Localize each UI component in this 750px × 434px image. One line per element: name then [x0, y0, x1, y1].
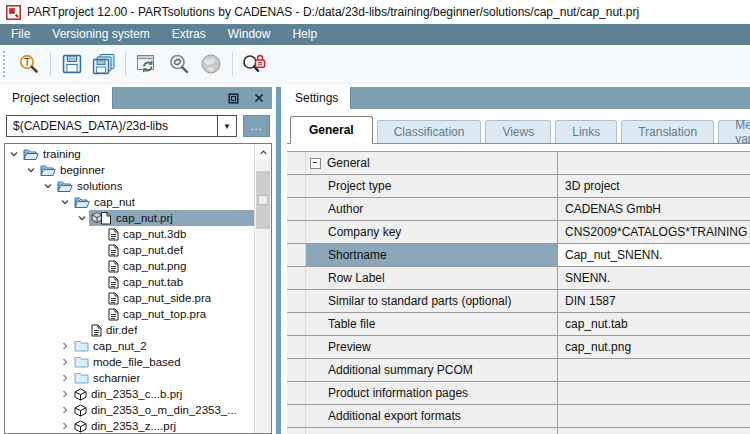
property-label[interactable]: Table file: [306, 313, 558, 335]
toolbar-drag-handle[interactable]: [3, 51, 8, 77]
tree-scrollbar[interactable]: [254, 144, 271, 433]
tab-views[interactable]: Views: [485, 120, 551, 143]
property-value[interactable]: [558, 359, 750, 381]
globe-icon[interactable]: [196, 49, 226, 79]
property-row-additional-summary-pcom[interactable]: Additional summary PCOM: [287, 359, 750, 382]
browse-button[interactable]: ...: [243, 115, 270, 137]
property-row-shortname[interactable]: ShortnameCap_nut_SNENN.: [287, 244, 750, 267]
property-value[interactable]: [558, 405, 750, 427]
property-row-product-information-pages[interactable]: Product information pages: [287, 382, 750, 405]
property-label[interactable]: Shortname: [306, 244, 558, 266]
tree-item-cap-nut-side-pra[interactable]: cap_nut_side.pra: [5, 290, 255, 306]
tree-item-cap-nut-prj[interactable]: cap_nut.prj: [5, 210, 255, 226]
tree-item-din-2353-c-b-prj[interactable]: din_2353_c...b.prj: [5, 386, 255, 402]
property-value[interactable]: DIN 1587: [558, 290, 750, 312]
tab-links[interactable]: Links: [555, 120, 617, 143]
tree-item-cap-nut-tab[interactable]: cap_nut.tab: [5, 274, 255, 290]
project-selection-panel: Project selection $(CADENAS_DATA)/23d-li…: [4, 87, 272, 434]
property-value[interactable]: CNS2009*CATALOGS*TRAINING: [558, 221, 750, 243]
property-value-editor[interactable]: Cap_nut_SNENN.: [558, 244, 750, 266]
tab-general[interactable]: General: [290, 116, 373, 144]
property-value[interactable]: [558, 382, 750, 404]
search-project-icon[interactable]: T: [14, 49, 44, 79]
refresh-window-icon[interactable]: [132, 49, 162, 79]
tree-item-cap-nut-top-pra[interactable]: cap_nut_top.pra: [5, 306, 255, 322]
property-value[interactable]: CADENAS GmbH: [558, 198, 750, 220]
menu-extras[interactable]: Extras: [161, 24, 217, 45]
refresh-search-icon[interactable]: [164, 49, 194, 79]
property-value[interactable]: cap_nut.png: [558, 336, 750, 358]
tree-item-training[interactable]: training: [5, 146, 255, 162]
property-row-author[interactable]: AuthorCADENAS GmbH: [287, 198, 750, 221]
save-icon[interactable]: [57, 49, 87, 79]
tree-item-mode-file-based[interactable]: mode_file_based: [5, 354, 255, 370]
save-all-icon[interactable]: [89, 49, 119, 79]
scrollbar-thumb[interactable]: [256, 171, 270, 229]
property-label[interactable]: Additional export formats: [306, 405, 558, 427]
chevron-right-icon[interactable]: [58, 371, 72, 385]
chevron-down-icon[interactable]: [41, 179, 55, 193]
property-row-row-label[interactable]: Row LabelSNENN.: [287, 267, 750, 290]
menu-help[interactable]: Help: [281, 24, 328, 45]
property-row-additional-export-formats[interactable]: Additional export formats: [287, 405, 750, 428]
tree-item-cap-nut-png[interactable]: cap_nut.png: [5, 258, 255, 274]
property-row-preview[interactable]: Previewcap_nut.png: [287, 336, 750, 359]
tree-item-cap-nut-2[interactable]: cap_nut_2: [5, 338, 255, 354]
tree-item-label: din_2353_c...b.prj: [91, 388, 182, 400]
property-label[interactable]: Company key: [306, 221, 558, 243]
collapse-group-icon[interactable]: [310, 158, 321, 169]
tree-item-label: training: [43, 148, 81, 160]
tree-item-solutions[interactable]: solutions: [5, 178, 255, 194]
tree-item-cap-nut-def[interactable]: cap_nut.def: [5, 242, 255, 258]
tab-classification[interactable]: Classification: [377, 120, 482, 143]
chevron-down-icon[interactable]: [7, 147, 21, 161]
tab-translation[interactable]: Translation: [621, 120, 714, 143]
tree-item-dir-def[interactable]: dir.def: [5, 322, 255, 338]
property-label[interactable]: Product information pages: [306, 382, 558, 404]
menu-file[interactable]: File: [0, 24, 41, 45]
property-label[interactable]: Preview: [306, 336, 558, 358]
tree-item-din-2353-z-prj[interactable]: din_2353_z....prj: [5, 418, 255, 434]
chevron-down-icon[interactable]: [24, 163, 38, 177]
panel-splitter[interactable]: [276, 87, 281, 434]
tree-item-din-2353-o-m-din-2353-[interactable]: din_2353_o_m_din_2353_...: [5, 402, 255, 418]
property-label[interactable]: General: [306, 152, 558, 174]
property-group-row[interactable]: General: [287, 152, 750, 175]
property-value[interactable]: 3D project: [558, 175, 750, 197]
menu-versioning-system[interactable]: Versioning system: [41, 24, 160, 45]
chevron-down-icon[interactable]: [58, 195, 72, 209]
property-row-project-type[interactable]: Project type3D project: [287, 175, 750, 198]
property-label[interactable]: Additional summary PCOM: [306, 359, 558, 381]
property-row-similar-to-standard-parts-optional-[interactable]: Similar to standard parts (optional)DIN …: [287, 290, 750, 313]
tab-media-variable[interactable]: Media variable: [718, 120, 750, 143]
property-row-table-file[interactable]: Table filecap_nut.tab: [287, 313, 750, 336]
property-row-additional-datatables[interactable]: Additional Datatables: [287, 428, 750, 434]
license-search-icon[interactable]: [239, 49, 269, 79]
chevron-right-icon[interactable]: [58, 419, 72, 433]
tree-item-cap-nut-3db[interactable]: cap_nut.3db: [5, 226, 255, 242]
chevron-down-icon[interactable]: ▼: [217, 116, 236, 136]
menu-window[interactable]: Window: [217, 24, 282, 45]
property-label[interactable]: Similar to standard parts (optional): [306, 290, 558, 312]
property-value[interactable]: cap_nut.tab: [558, 313, 750, 335]
scroll-up-icon[interactable]: [255, 144, 271, 160]
chevron-right-icon[interactable]: [58, 403, 72, 417]
float-panel-button[interactable]: [226, 91, 240, 105]
chevron-right-icon[interactable]: [58, 355, 72, 369]
property-label[interactable]: Author: [306, 198, 558, 220]
close-panel-button[interactable]: [252, 91, 266, 105]
catalog-path-combobox[interactable]: $(CADENAS_DATA)/23d-libs ▼: [6, 115, 237, 137]
property-value[interactable]: [558, 152, 750, 174]
property-label[interactable]: Row Label: [306, 267, 558, 289]
property-label[interactable]: Project type: [306, 175, 558, 197]
property-value[interactable]: SNENN.: [558, 267, 750, 289]
chevron-down-icon[interactable]: [75, 211, 89, 225]
property-value[interactable]: [558, 428, 750, 434]
property-label[interactable]: Additional Datatables: [306, 428, 558, 434]
tree-item-scharnier[interactable]: scharnier: [5, 370, 255, 386]
chevron-right-icon[interactable]: [58, 339, 72, 353]
tree-item-cap-nut[interactable]: cap_nut: [5, 194, 255, 210]
chevron-right-icon[interactable]: [58, 387, 72, 401]
tree-item-beginner[interactable]: beginner: [5, 162, 255, 178]
property-row-company-key[interactable]: Company keyCNS2009*CATALOGS*TRAINING: [287, 221, 750, 244]
